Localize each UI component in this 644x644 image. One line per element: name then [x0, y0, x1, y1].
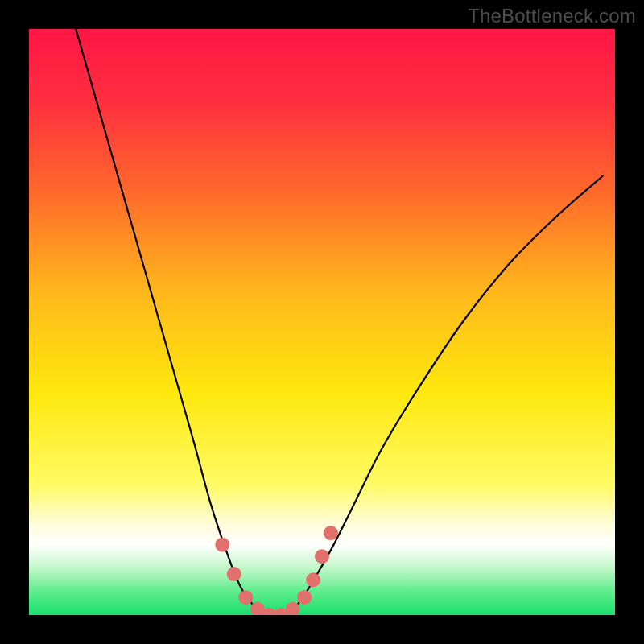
- marker-point: [315, 549, 329, 564]
- watermark-text: TheBottleneck.com: [468, 5, 636, 27]
- marker-point: [297, 590, 312, 605]
- bottleneck-chart: [29, 29, 615, 615]
- marker-point: [324, 526, 338, 540]
- marker-point: [238, 590, 253, 605]
- marker-point: [306, 572, 320, 587]
- gradient-background: [29, 29, 615, 615]
- marker-point: [227, 567, 242, 581]
- marker-point: [215, 538, 229, 552]
- chart-frame: TheBottleneck.com: [0, 0, 644, 644]
